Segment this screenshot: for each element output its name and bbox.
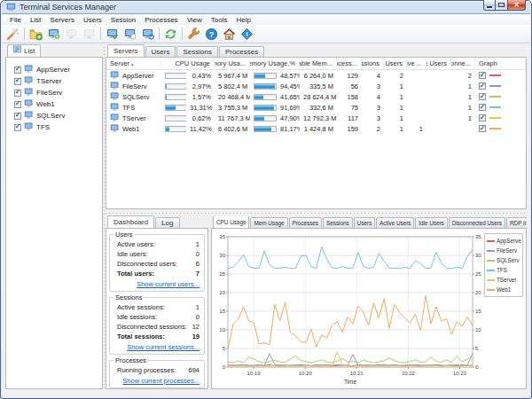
- magic-wand-icon[interactable]: [4, 26, 21, 42]
- menu-view[interactable]: View: [183, 16, 207, 24]
- chart-tab-label-idle-users: Idle Users: [419, 218, 443, 228]
- caption-buttons: ✕: [483, 0, 526, 11]
- column-header-graph[interactable]: Graph: [475, 58, 526, 69]
- tab-list[interactable]: List: [7, 44, 41, 57]
- column-header-label: Server: [110, 59, 129, 67]
- link-show-current-users[interactable]: Show current users...: [113, 278, 201, 290]
- column-header-cpu-usage[interactable]: CPU Usage: [161, 58, 215, 69]
- menu-tools[interactable]: Tools: [207, 16, 232, 24]
- settings-wrench-icon[interactable]: [185, 26, 202, 42]
- column-header-server[interactable]: Server▴: [106, 58, 161, 69]
- checkbox-web1[interactable]: ✓: [14, 101, 21, 108]
- help-icon[interactable]: ?: [203, 26, 220, 42]
- server-row-appserver[interactable]: AppServer0,43%5 967,4 M48,57%6 264,0 M12…: [106, 70, 526, 81]
- checkbox-tfs[interactable]: ✓: [14, 124, 21, 131]
- menu-help[interactable]: Help: [232, 16, 255, 24]
- link-show-current-processes[interactable]: Show current processes...: [113, 375, 201, 387]
- link-show-current-sessions[interactable]: Show current sessions...: [113, 341, 201, 353]
- checkbox-appserver[interactable]: ✓: [14, 66, 21, 74]
- graph-checkbox[interactable]: ✓: [479, 114, 486, 121]
- chart-tab-cpu-usage[interactable]: CPU Usage: [213, 216, 249, 228]
- tree-item-tserver[interactable]: ✓TServer: [14, 75, 102, 87]
- graph-checkbox[interactable]: ✓: [479, 125, 486, 132]
- tab-servers[interactable]: Servers: [107, 44, 145, 57]
- disconnected-users-value: 1: [451, 114, 475, 122]
- checkbox-sqlserv[interactable]: ✓: [14, 113, 21, 120]
- refresh-icon[interactable]: [162, 26, 179, 42]
- checkbox-fileserv[interactable]: ✓: [14, 90, 21, 97]
- tab-log[interactable]: Log: [155, 217, 179, 228]
- chart-tab-mem-usage[interactable]: Mem Usage: [250, 217, 287, 228]
- delete-server-icon: [81, 26, 98, 42]
- menu-processes[interactable]: Processes: [140, 16, 182, 24]
- home-icon[interactable]: [221, 26, 238, 42]
- chart-tab-processes[interactable]: Processes: [289, 217, 322, 228]
- tab-users[interactable]: Users: [145, 46, 176, 57]
- processes-value: 75: [337, 104, 362, 112]
- graph-checkbox[interactable]: ✓: [479, 104, 486, 111]
- memory-usage-value: 6 402,6 M: [215, 125, 250, 133]
- server-row-sqlserv[interactable]: SQLServ1,57%20 468,4 M41,65%28 624,4 M15…: [106, 91, 526, 102]
- memory-usage-bar-fill: [254, 116, 264, 121]
- vertical-splitter[interactable]: [104, 47, 105, 388]
- tab-processes[interactable]: Processes: [219, 46, 264, 57]
- disconnect-server-icon[interactable]: [121, 26, 138, 42]
- chart-tab-idle-users[interactable]: Idle Users: [415, 217, 447, 228]
- tree-item-appserver[interactable]: ✓AppServer: [14, 64, 102, 75]
- maximize-button[interactable]: [496, 0, 508, 11]
- menu-file[interactable]: File: [5, 16, 26, 24]
- graph-checkbox[interactable]: ✓: [479, 72, 486, 79]
- memory-usage-value: 5 802,4 M: [215, 82, 250, 90]
- chart-tab-users[interactable]: Users: [354, 217, 375, 228]
- add-list-icon[interactable]: [27, 26, 44, 42]
- server-row-fileserv[interactable]: FileServ2,97%5 802,4 M94,45%335,5 M56311…: [106, 81, 526, 91]
- column-header-users[interactable]: Users: [384, 58, 407, 69]
- chart-tab-sessions[interactable]: Sessions: [323, 217, 353, 228]
- server-row-tserver[interactable]: TServer0,62%11 767,3 M47,90%12 792,3 M11…: [106, 113, 526, 123]
- legend-dash: [487, 270, 495, 271]
- column-header-disconne[interactable]: Disconne...: [451, 58, 475, 69]
- close-button[interactable]: ✕: [508, 0, 526, 11]
- sort-ascending-icon: ▴: [131, 61, 134, 66]
- tree-item-fileserv[interactable]: ✓FileServ: [14, 87, 102, 98]
- group-title-processes: Processes: [113, 356, 148, 364]
- column-header-sessions[interactable]: Sessions: [362, 58, 384, 69]
- tree-item-label: Web1: [36, 100, 55, 108]
- connect-server-icon[interactable]: [104, 26, 121, 42]
- menu-session[interactable]: Session: [106, 16, 140, 24]
- tab-dashboard[interactable]: Dashboard: [107, 215, 154, 228]
- graph-checkbox[interactable]: ✓: [479, 93, 486, 100]
- graph-checkbox[interactable]: ✓: [479, 82, 486, 90]
- chart-tab-rdp-incoming-bytes[interactable]: RDP Incoming Bytes: [506, 217, 527, 228]
- minimize-button[interactable]: [483, 0, 496, 11]
- tree-item-sqlserv[interactable]: ✓SQLServ: [14, 110, 102, 121]
- column-header-memory-usage[interactable]: Memory Usage,%: [250, 58, 300, 69]
- menu-users[interactable]: Users: [79, 16, 106, 24]
- add-server-icon[interactable]: [45, 26, 62, 42]
- cpu-usage-value: 11,42%: [186, 125, 215, 133]
- menu-servers[interactable]: Servers: [45, 16, 79, 24]
- column-header-active[interactable]: Active ...: [407, 58, 426, 69]
- about-icon[interactable]: i: [239, 26, 255, 42]
- server-icon: [24, 87, 34, 98]
- column-header-process[interactable]: Process...: [337, 58, 362, 69]
- column-header-available-mem[interactable]: Available Mem...: [300, 58, 337, 69]
- tree-item-web1[interactable]: ✓Web1: [14, 98, 102, 110]
- tab-sessions[interactable]: Sessions: [176, 46, 217, 57]
- server-row-web1[interactable]: Web111,42%6 402,6 M81,17%1 424,8 M159211…: [106, 123, 526, 134]
- server-row-tfs[interactable]: TFS31,31%3 755,3 M91,69%332,6 M75311✓: [106, 102, 526, 113]
- horizontal-splitter[interactable]: [106, 213, 527, 214]
- memory-usage-pct-value: 41,65%: [277, 93, 300, 101]
- chart-plot: 005510101515202025253030353510:1910:2010…: [214, 231, 485, 387]
- series-color-dash: [489, 117, 501, 119]
- tree-item-tfs[interactable]: ✓TFS: [14, 121, 102, 133]
- column-header-memory-usa[interactable]: Memory Usa...: [215, 58, 250, 69]
- chart-tab-active-users[interactable]: Active Users: [376, 217, 414, 228]
- menu-list[interactable]: List: [26, 16, 45, 24]
- chart-tab-disconnected-users[interactable]: Disconnected Users: [449, 217, 505, 228]
- checkbox-tserver[interactable]: ✓: [14, 78, 21, 85]
- column-header-idle-users[interactable]: Idle Users: [426, 58, 451, 69]
- stat-value: 1: [196, 240, 200, 248]
- reconnect-server-icon[interactable]: [139, 26, 156, 42]
- available-memory-value: 6 264,0 M: [300, 72, 337, 80]
